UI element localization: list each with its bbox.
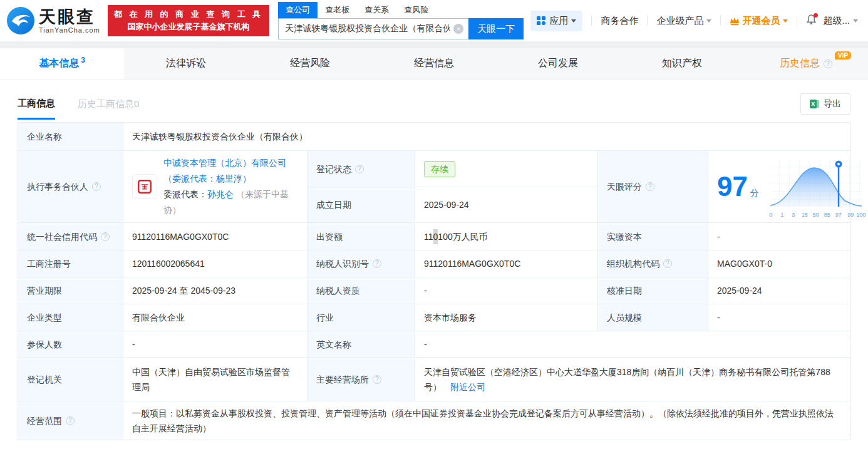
nav-vip-label: 开通会员 xyxy=(742,15,780,27)
tab-basic-info[interactable]: 基本信息 3 xyxy=(0,48,124,79)
help-icon[interactable]: ? xyxy=(66,416,75,425)
capital-value: 110100万人民币 xyxy=(415,223,598,250)
tab-history-info[interactable]: VIP 历史信息 ? xyxy=(744,48,868,79)
field-label-text: 组织机构代码 xyxy=(607,256,659,271)
chevron-down-icon xyxy=(783,19,788,23)
field-label: 人员规模 xyxy=(598,304,708,331)
partner-deputy-link[interactable]: （委派代表：杨里淳） xyxy=(163,173,251,183)
excel-icon xyxy=(810,99,820,109)
score-distribution-chart: 0 1 3 15 50 85 97 99 100 xyxy=(769,158,863,215)
brand-domain: TianYanCha.com xyxy=(39,26,100,34)
export-button[interactable]: 导出 xyxy=(800,93,850,115)
search-tab-boss[interactable]: 查老板 xyxy=(318,2,357,18)
field-label-text: 执行事务合伙人 xyxy=(27,179,88,194)
tab-label: 基本信息 xyxy=(39,57,79,70)
field-label: 出资额 xyxy=(307,223,415,250)
field-label: 经营范围 ? xyxy=(18,401,123,440)
field-label: 工商注册号 xyxy=(18,250,123,277)
tab-label: 历史信息 xyxy=(780,57,820,70)
partner-company-seal-logo xyxy=(132,174,157,199)
help-icon[interactable]: ? xyxy=(824,59,832,68)
industry-value: 资本市场服务 xyxy=(415,304,598,331)
taxpayer-quality-value: - xyxy=(415,277,598,304)
crown-icon xyxy=(730,16,740,26)
tab-business-info[interactable]: 经营信息 xyxy=(372,48,496,79)
company-info-table: 企业名称 天津诚轶粤银股权投资合伙企业（有限合伙） 执行事务合伙人 ? 中诚资本… xyxy=(18,122,850,440)
search-tab-risk[interactable]: 查风险 xyxy=(396,2,436,18)
field-label: 登记状态 ? xyxy=(307,151,415,187)
reg-number-value: 120116002065641 xyxy=(123,250,307,277)
registration-status-cell: 存续 xyxy=(415,151,598,187)
tab-count-badge: 3 xyxy=(81,56,85,65)
field-label: 统一社会信用代码 ? xyxy=(18,223,123,250)
field-label-text: 主要经营场所 xyxy=(316,372,369,387)
help-icon[interactable]: ? xyxy=(373,259,381,268)
subtab-history-registration[interactable]: 历史工商信息0 xyxy=(78,98,139,120)
credit-code-value: 91120116MAG0GX0T0C xyxy=(123,223,307,250)
nav-user[interactable]: 超级... xyxy=(823,15,858,27)
divider xyxy=(591,16,592,26)
taxpayer-id-value: 91120116MAG0GX0T0C xyxy=(415,250,598,277)
field-label: 主要经营场所 ? xyxy=(307,358,415,401)
field-label-text: 纳税人识别号 xyxy=(316,256,369,271)
help-icon[interactable]: ? xyxy=(663,259,672,268)
score-axis-ticks: 0 1 3 15 50 85 97 99 100 xyxy=(769,207,863,215)
business-site-value: 天津自贸试验区（空港经济区）中心大道华盈大厦318房间（纳百川（天津）商务秘书有… xyxy=(415,358,851,401)
search-input[interactable] xyxy=(279,19,468,39)
field-label: 纳税人资质 xyxy=(307,277,415,304)
tab-label: 法律诉讼 xyxy=(166,57,206,70)
paid-capital-value: - xyxy=(708,223,851,250)
slogan-line1: 都 在 用 的 商 业 查 询 工 具 xyxy=(114,8,264,21)
search-tab-company[interactable]: 查公司 xyxy=(278,2,318,18)
notification-dot xyxy=(814,13,818,18)
field-label: 天眼评分 ? xyxy=(598,151,708,223)
partner-text: 中诚资本管理（北京）有限公司 （委派代表：杨里淳） 委派代表：孙兆仑 （来源于中… xyxy=(163,155,298,218)
tianyancha-logo-icon xyxy=(6,6,35,35)
subtab-business-registration[interactable]: 工商信息 xyxy=(18,98,55,120)
partner-company-link[interactable]: 中诚资本管理（北京）有限公司 xyxy=(163,158,286,168)
tab-label: 经营风险 xyxy=(290,57,330,70)
nav-cooperation[interactable]: 商务合作 xyxy=(601,15,638,27)
field-label: 实缴资本 xyxy=(598,223,708,250)
rep-name-link[interactable]: 孙兆仑 xyxy=(207,189,234,199)
establish-date-value: 2025-09-24 xyxy=(415,187,598,223)
tab-company-development[interactable]: 公司发展 xyxy=(496,48,620,79)
executive-partner-cell: 中诚资本管理（北京）有限公司 （委派代表：杨里淳） 委派代表：孙兆仑 （来源于中… xyxy=(123,151,307,223)
notification-bell-icon[interactable] xyxy=(806,14,817,27)
help-icon[interactable]: ? xyxy=(92,182,101,191)
tab-intellectual-property[interactable]: 知识产权 xyxy=(620,48,744,79)
field-label: 核准日期 xyxy=(598,277,708,304)
divider xyxy=(797,16,797,26)
export-label: 导出 xyxy=(824,98,841,110)
field-label-text: 天眼评分 xyxy=(607,179,642,194)
help-icon[interactable]: ? xyxy=(373,375,381,384)
score-value: 97 xyxy=(717,171,748,202)
field-label: 英文名称 xyxy=(307,331,415,358)
divider xyxy=(647,16,648,26)
nearby-companies-link[interactable]: 附近公司 xyxy=(450,382,485,392)
nav-open-vip[interactable]: 开通会员 xyxy=(730,15,788,27)
tab-operation-risk[interactable]: 经营风险 xyxy=(248,48,372,79)
divider xyxy=(720,16,721,26)
nav-apps[interactable]: 应用 xyxy=(530,11,582,31)
logo[interactable]: 天眼查 TianYanCha.com xyxy=(6,6,100,35)
english-name-value: - xyxy=(415,331,851,358)
search-tab-relation[interactable]: 查关系 xyxy=(357,2,396,18)
search-tabs: 查公司 查老板 查关系 查风险 xyxy=(278,2,524,18)
chevron-down-icon xyxy=(853,19,858,23)
field-label: 参保人数 xyxy=(18,331,123,358)
staff-size-value: - xyxy=(708,304,851,331)
nav-enterprise-products[interactable]: 企业级产品 xyxy=(656,15,711,27)
field-label: 企业类型 xyxy=(18,304,123,331)
tab-legal[interactable]: 法律诉讼 xyxy=(124,48,248,79)
sub-header: 工商信息 历史工商信息0 导出 xyxy=(0,80,868,120)
help-icon[interactable]: ? xyxy=(355,165,364,173)
tianyan-score-cell: 97 分 xyxy=(708,151,851,223)
nav-apps-label: 应用 xyxy=(549,15,568,27)
score-unit: 分 xyxy=(750,188,759,198)
field-label-text: 登记状态 xyxy=(316,162,351,177)
help-icon[interactable]: ? xyxy=(101,232,110,241)
search-button[interactable]: 天眼一下 xyxy=(468,18,524,39)
tab-label: 经营信息 xyxy=(414,57,454,70)
help-icon[interactable]: ? xyxy=(646,182,654,191)
